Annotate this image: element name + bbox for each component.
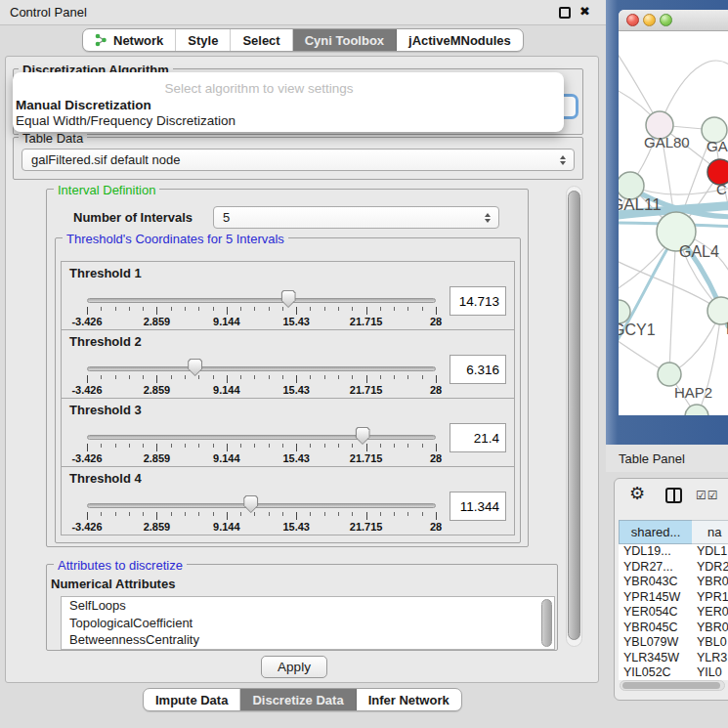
- mac-zoom-button[interactable]: [660, 14, 672, 26]
- tick-minor: [380, 375, 381, 379]
- tick-minor: [269, 307, 270, 311]
- tick-minor: [185, 444, 186, 448]
- table-row[interactable]: YDL19...YDL1: [619, 544, 728, 560]
- threshold-1-slider-handle[interactable]: [281, 290, 296, 308]
- algorithm-option-manual-discretization[interactable]: Manual Discretization: [16, 98, 151, 112]
- tab-select[interactable]: Select: [231, 29, 292, 51]
- tick-minor: [269, 444, 270, 448]
- number-of-intervals-value: 5: [223, 210, 485, 225]
- table-data-combo[interactable]: galFiltered.sif default node: [21, 149, 575, 171]
- tick-label: 15.43: [282, 521, 310, 533]
- table-row[interactable]: YPR145WYPR1: [619, 590, 728, 606]
- tick-minor: [115, 444, 116, 448]
- float-icon[interactable]: [559, 7, 571, 19]
- attributes-scrollbar[interactable]: [541, 599, 552, 647]
- threshold-3-slider-track[interactable]: [87, 435, 436, 440]
- threshold-4-box: Threshold 4-3.4262.8599.14415.4321.71528: [61, 466, 515, 535]
- table-row[interactable]: YLR345WYLR3: [619, 651, 728, 666]
- attribute-betweennesscentrality[interactable]: BetweennessCentrality: [62, 631, 554, 649]
- node-h[interactable]: [707, 297, 728, 324]
- threshold-2-slider-handle[interactable]: [188, 359, 202, 376]
- split-columns-icon[interactable]: [665, 488, 682, 503]
- tick-major: [227, 512, 228, 520]
- threshold-4-slider-track[interactable]: [87, 503, 436, 508]
- column-header-shared[interactable]: shared...: [619, 520, 693, 544]
- threshold-4-value-input[interactable]: [450, 492, 506, 521]
- tick-minor: [282, 375, 283, 379]
- tick-major: [227, 444, 228, 451]
- network-window-titlebar[interactable]: [619, 10, 728, 31]
- attribute-selfloops[interactable]: SelfLoops: [62, 597, 554, 615]
- tick-minor: [269, 375, 270, 379]
- tick-minor: [129, 512, 130, 516]
- table-row[interactable]: YBL079WYBL0: [619, 635, 728, 651]
- network-canvas[interactable]: GAL80GACGAL11GAL4GCY1HHAP2: [619, 31, 728, 415]
- checkbox-icons[interactable]: ☑☑: [696, 489, 719, 502]
- cell-shared-name: YDR27...: [619, 560, 693, 576]
- node-unlabeled[interactable]: [685, 405, 708, 415]
- tick-major: [156, 375, 157, 383]
- mac-minimize-button[interactable]: [643, 14, 656, 26]
- mac-close-button[interactable]: [626, 14, 639, 26]
- tick-minor: [143, 375, 144, 379]
- threshold-3-value-input[interactable]: [450, 423, 506, 452]
- tab-label: jActiveMNodules: [408, 33, 511, 48]
- table-row[interactable]: YBR045CYBR0: [619, 621, 728, 636]
- network-edge[interactable]: [619, 258, 721, 311]
- threshold-4-slider-handle[interactable]: [243, 495, 258, 513]
- tab-network[interactable]: Network: [83, 29, 176, 51]
- column-header-name[interactable]: na: [692, 520, 728, 544]
- threshold-2-box: Threshold 2-3.4262.8599.14415.4321.71528: [61, 329, 515, 399]
- tick-label: 21.715: [350, 452, 383, 464]
- tick-minor: [310, 512, 311, 516]
- node-hap2[interactable]: [658, 363, 681, 386]
- tick-minor: [310, 444, 311, 448]
- tick-major: [227, 307, 228, 315]
- table-hscrollbar-track[interactable]: [620, 680, 725, 691]
- table-hscrollbar-thumb[interactable]: [622, 682, 720, 689]
- table-panel-title: Table Panel: [619, 451, 685, 466]
- panel-scrollbar-thumb[interactable]: [568, 191, 580, 640]
- tick-minor: [129, 307, 130, 311]
- tick-minor: [143, 512, 144, 516]
- network-edge[interactable]: [669, 232, 676, 374]
- tick-label: 21.715: [350, 521, 383, 533]
- table-row[interactable]: YER054CYER0: [619, 605, 728, 621]
- attributes-title: Attributes to discretize: [54, 558, 187, 573]
- close-icon[interactable]: ✖: [579, 4, 590, 19]
- tab-cyni-toolbox[interactable]: Cyni Toolbox: [293, 29, 397, 51]
- threshold-2-slider-track[interactable]: [87, 366, 436, 371]
- table-row[interactable]: YBR043CYBR0: [619, 575, 728, 590]
- tick-label: 28: [430, 316, 442, 327]
- gear-icon[interactable]: ⚙: [629, 483, 645, 503]
- panel-scrollbar-track[interactable]: [566, 186, 582, 647]
- tick-label: 21.715: [350, 316, 383, 327]
- tick-label: 2.859: [144, 316, 171, 327]
- tick-label: 2.859: [144, 521, 171, 533]
- threshold-3-slider-handle[interactable]: [356, 427, 370, 445]
- tick-major: [436, 444, 437, 451]
- bottom-tab-infer-network[interactable]: Infer Network: [357, 689, 461, 710]
- node-label: GA: [707, 138, 728, 154]
- number-of-intervals-combo[interactable]: 5: [213, 206, 499, 229]
- attribute-topologicalcoefficient[interactable]: TopologicalCoefficient: [62, 615, 554, 632]
- tick-minor: [422, 375, 423, 379]
- bottom-tab-discretize-data[interactable]: Discretize Data: [240, 689, 356, 710]
- apply-button[interactable]: Apply: [261, 656, 327, 678]
- bottom-tab-impute-data[interactable]: Impute Data: [144, 689, 240, 710]
- algorithm-option-equal-width-frequency-discretization[interactable]: Equal Width/Frequency Discretization: [16, 113, 236, 128]
- threshold-2-value-input[interactable]: [450, 355, 506, 384]
- table-row[interactable]: YIL052CYIL0: [619, 665, 728, 680]
- tick-label: -3.426: [71, 452, 102, 464]
- threshold-3-box: Threshold 3-3.4262.8599.14415.4321.71528: [61, 398, 515, 467]
- table-row[interactable]: YDR27...YDR2: [619, 560, 728, 576]
- threshold-1-slider-track[interactable]: [87, 298, 436, 303]
- tab-jactivemnodules[interactable]: jActiveMNodules: [397, 29, 523, 51]
- threshold-stack: Threshold 1-3.4262.8599.14415.4321.71528…: [61, 262, 515, 535]
- threshold-1-value-input[interactable]: [450, 286, 506, 316]
- tick-minor: [213, 512, 214, 516]
- tab-style[interactable]: Style: [176, 29, 231, 51]
- tab-label: Style: [188, 33, 218, 48]
- numerical-attributes-list[interactable]: SelfLoopsTopologicalCoefficientBetweenne…: [61, 596, 555, 650]
- cell-shared-name: YDL19...: [619, 544, 693, 560]
